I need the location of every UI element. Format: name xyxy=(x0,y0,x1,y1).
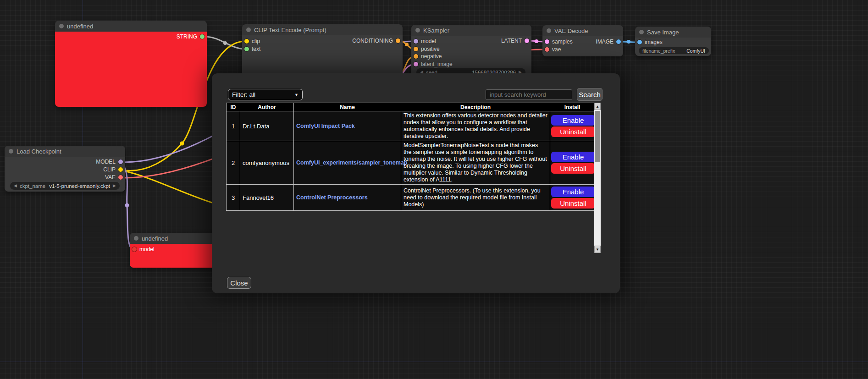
column-header-name: Name xyxy=(294,103,401,111)
ext-author: Dr.Lt.Data xyxy=(240,111,294,141)
ckpt-name-widget[interactable]: ◀ ckpt_name v1-5-pruned-emaonly.ckpt ▶ xyxy=(10,182,120,190)
node-title: undefined xyxy=(142,235,168,242)
enable-button[interactable]: Enable xyxy=(551,187,595,197)
node-title: undefined xyxy=(67,23,93,30)
input-port-icon[interactable] xyxy=(545,39,549,44)
node-title: Save Image xyxy=(647,29,679,36)
output-port-icon[interactable] xyxy=(118,167,123,172)
ext-name-link[interactable]: ComfyUI Impact Pack xyxy=(296,123,355,129)
node-titlebar[interactable]: Load Checkpoint xyxy=(5,146,125,157)
enable-button[interactable]: Enable xyxy=(551,152,595,162)
input-port-icon[interactable] xyxy=(244,47,249,51)
output-port-icon[interactable] xyxy=(118,159,123,164)
node-save-image[interactable]: Save Image images filename_prefix ComfyU… xyxy=(635,27,711,56)
input-port-icon[interactable] xyxy=(414,62,418,66)
enable-button[interactable]: Enable xyxy=(551,115,595,126)
node-title: CLIP Text Encode (Prompt) xyxy=(254,27,326,33)
scrollbar-thumb[interactable] xyxy=(595,111,600,162)
output-port-icon[interactable] xyxy=(200,34,205,39)
increment-arrow-icon[interactable]: ▶ xyxy=(113,184,116,188)
filter-select[interactable]: Filter: all ▼ xyxy=(228,89,303,100)
input-slot-clip: clip xyxy=(244,38,260,45)
uninstall-button[interactable]: Uninstall xyxy=(551,163,595,174)
node-vae-decode[interactable]: VAE Decode samples vae IMAGE xyxy=(542,25,623,56)
node-collapse-dot-icon[interactable] xyxy=(639,30,644,34)
node-collapse-dot-icon[interactable] xyxy=(9,149,13,154)
widget-value[interactable]: v1-5-pruned-emaonly.ckpt xyxy=(49,183,110,189)
output-port-icon[interactable] xyxy=(118,175,123,180)
input-port-icon[interactable] xyxy=(244,39,249,44)
node-load-checkpoint[interactable]: Load Checkpoint MODEL CLIP VAE ◀ ckpt_na… xyxy=(5,146,125,192)
widget-label: filename_prefix xyxy=(642,48,675,54)
input-port-icon[interactable] xyxy=(414,39,418,44)
output-label: LATENT xyxy=(501,38,522,44)
node-collapse-dot-icon[interactable] xyxy=(59,24,64,28)
extension-manager-dialog: Filter: all ▼ Search ID Author Name Desc… xyxy=(212,73,620,293)
node-titlebar[interactable]: VAE Decode xyxy=(542,25,623,36)
filename-prefix-widget[interactable]: filename_prefix ComfyUI xyxy=(639,47,709,54)
scroll-down-icon[interactable]: ▼ xyxy=(594,246,601,253)
node-titlebar[interactable]: KSampler xyxy=(411,25,531,36)
node-undefined-top[interactable]: undefined STRING xyxy=(55,21,207,107)
scroll-up-glyph: ▲ xyxy=(596,104,599,109)
table-row: 3 Fannovel16 ControlNet Preprocessors Co… xyxy=(227,185,595,211)
extensions-table-container: ID Author Name Description Install 1 Dr.… xyxy=(226,103,601,253)
table-scrollbar[interactable]: ▲ ▼ xyxy=(594,103,601,253)
input-port-icon[interactable] xyxy=(414,54,418,59)
wire-dot-model xyxy=(125,203,129,208)
node-titlebar[interactable]: CLIP Text Encode (Prompt) xyxy=(242,24,403,35)
node-titlebar[interactable]: undefined xyxy=(55,21,207,32)
input-port-icon[interactable] xyxy=(545,47,549,52)
column-header-description: Description xyxy=(401,103,550,111)
output-slot-vae: VAE xyxy=(105,174,123,181)
input-port-icon[interactable] xyxy=(637,40,642,44)
input-slot-model: model xyxy=(132,246,155,253)
input-port-icon[interactable] xyxy=(132,247,137,252)
output-port-icon[interactable] xyxy=(616,39,621,44)
wire-dot-string xyxy=(223,41,227,45)
ext-name-link[interactable]: ControlNet Preprocessors xyxy=(296,194,368,201)
node-collapse-dot-icon[interactable] xyxy=(415,28,420,33)
ext-description: This extension offers various detector n… xyxy=(401,111,550,141)
widget-value[interactable]: ComfyUI xyxy=(686,48,705,54)
output-label: IMAGE xyxy=(596,38,614,45)
node-titlebar[interactable]: Save Image xyxy=(635,27,711,38)
uninstall-button[interactable]: Uninstall xyxy=(551,126,595,137)
output-slot-image: IMAGE xyxy=(596,38,621,45)
output-label: CLIP xyxy=(103,166,116,173)
ext-name-link[interactable]: ComfyUI_experiments/sampler_tonemap xyxy=(296,159,407,166)
input-slot-images: images xyxy=(637,38,663,46)
input-label: clip xyxy=(252,38,260,44)
uninstall-button[interactable]: Uninstall xyxy=(551,198,595,209)
node-collapse-dot-icon[interactable] xyxy=(134,236,138,241)
close-button[interactable]: Close xyxy=(227,277,251,289)
input-label: positive xyxy=(421,46,440,52)
input-label: latent_image xyxy=(421,61,453,67)
widget-label: ckpt_name xyxy=(20,183,45,189)
scroll-up-icon[interactable]: ▲ xyxy=(594,103,601,110)
output-slot-string: STRING xyxy=(177,33,205,40)
input-label: vae xyxy=(552,46,561,53)
output-label: CONDITIONING xyxy=(352,38,393,44)
input-port-icon[interactable] xyxy=(414,47,418,51)
node-collapse-dot-icon[interactable] xyxy=(547,28,551,33)
input-label: negative xyxy=(421,53,442,60)
node-collapse-dot-icon[interactable] xyxy=(246,27,251,32)
wire-dot-conditioning xyxy=(405,43,409,46)
ext-author: Fannovel16 xyxy=(240,185,294,211)
input-label: text xyxy=(252,46,260,52)
input-label: model xyxy=(421,38,436,44)
output-slot-model: MODEL xyxy=(96,158,123,165)
output-port-icon[interactable] xyxy=(525,38,529,43)
output-port-icon[interactable] xyxy=(396,38,400,43)
wire-dot-image xyxy=(627,40,630,44)
node-title: VAE Decode xyxy=(554,27,588,34)
input-label: model xyxy=(139,246,155,253)
ext-description: ModelSamplerTonemapNoiseTest a node that… xyxy=(401,141,550,185)
output-label: VAE xyxy=(105,174,116,181)
search-button[interactable]: Search xyxy=(577,88,603,101)
ext-id: 1 xyxy=(227,111,240,141)
search-input[interactable] xyxy=(486,89,572,100)
decrement-arrow-icon[interactable]: ◀ xyxy=(14,184,17,188)
node-body xyxy=(55,32,207,107)
